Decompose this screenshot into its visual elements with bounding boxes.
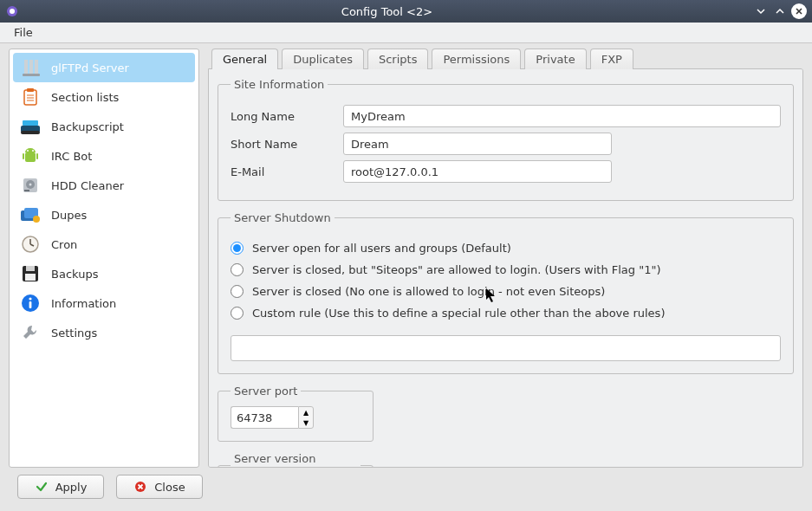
svg-rect-5 bbox=[23, 74, 40, 76]
sidebar-item-label: Dupes bbox=[51, 209, 87, 222]
tab-panel-general: Site Information Long Name Short Name E-… bbox=[208, 68, 803, 468]
sidebar: glFTPd Server Section lists Backupscript… bbox=[9, 49, 199, 468]
tab-private[interactable]: Private bbox=[524, 49, 586, 69]
shutdown-radio-siteops[interactable] bbox=[231, 263, 244, 276]
svg-rect-7 bbox=[27, 88, 34, 92]
floppy-icon bbox=[18, 262, 42, 286]
site-information-legend: Site Information bbox=[231, 78, 328, 91]
long-name-label: Long Name bbox=[231, 110, 343, 123]
sidebar-item-label: Settings bbox=[51, 327, 97, 340]
sidebar-item-label: Section lists bbox=[51, 91, 119, 104]
shutdown-label-closed: Server is closed (No one is allowed to l… bbox=[252, 285, 605, 298]
sidebar-item-label: HDD Cleaner bbox=[51, 179, 124, 192]
sidebar-item-hdd-cleaner[interactable]: HDD Cleaner bbox=[13, 171, 195, 200]
shutdown-custom-input[interactable] bbox=[231, 335, 781, 361]
wrench-icon bbox=[18, 320, 42, 345]
svg-rect-22 bbox=[24, 190, 29, 191]
site-information-group: Site Information Long Name Short Name E-… bbox=[218, 78, 794, 201]
sidebar-item-label: IRC Bot bbox=[51, 150, 92, 163]
info-icon bbox=[18, 291, 42, 315]
sidebar-item-label: Information bbox=[51, 297, 116, 310]
server-shutdown-legend: Server Shutdown bbox=[231, 211, 335, 224]
chevron-up-icon[interactable]: ▲ bbox=[299, 407, 313, 417]
svg-rect-13 bbox=[21, 131, 40, 134]
close-button[interactable]: Close bbox=[116, 475, 203, 499]
svg-point-25 bbox=[33, 216, 40, 223]
shutdown-radio-closed[interactable] bbox=[231, 285, 244, 298]
tab-scripts[interactable]: Scripts bbox=[367, 49, 428, 69]
scanner-icon bbox=[18, 114, 42, 139]
svg-point-1 bbox=[10, 9, 15, 14]
svg-rect-2 bbox=[24, 60, 28, 75]
sidebar-item-cron[interactable]: Cron bbox=[13, 230, 195, 259]
svg-rect-4 bbox=[35, 60, 38, 75]
sidebar-item-label: Backupscript bbox=[51, 120, 124, 133]
tab-permissions[interactable]: Permissions bbox=[432, 49, 521, 69]
content-area: General Duplicates Scripts Permissions P… bbox=[208, 49, 803, 468]
short-name-input[interactable] bbox=[343, 133, 612, 155]
apply-button[interactable]: Apply bbox=[17, 475, 104, 499]
tab-duplicates[interactable]: Duplicates bbox=[282, 49, 364, 69]
server-port-legend: Server port bbox=[231, 385, 301, 398]
sidebar-item-section-lists[interactable]: Section lists bbox=[13, 82, 195, 112]
sidebar-item-glftpd-server[interactable]: glFTPd Server bbox=[13, 53, 195, 82]
menubar: File bbox=[0, 23, 812, 43]
server-version-legend: Server version number bbox=[231, 452, 361, 468]
button-bar: Apply Close bbox=[0, 468, 812, 506]
android-icon bbox=[18, 144, 42, 168]
close-window-button[interactable] bbox=[791, 3, 807, 19]
long-name-input[interactable] bbox=[343, 105, 781, 127]
svg-rect-17 bbox=[23, 153, 24, 159]
titlebar: Config Tool <2> bbox=[0, 0, 812, 23]
sidebar-item-label: Cron bbox=[51, 238, 77, 251]
window-title: Config Tool <2> bbox=[24, 5, 750, 18]
check-icon bbox=[35, 480, 49, 494]
close-label: Close bbox=[154, 481, 185, 494]
sidebar-item-settings[interactable]: Settings bbox=[13, 318, 195, 347]
server-port-input[interactable] bbox=[231, 406, 298, 429]
app-icon bbox=[5, 4, 19, 18]
clock-icon bbox=[18, 232, 42, 256]
apply-label: Apply bbox=[55, 481, 88, 494]
svg-point-21 bbox=[29, 184, 32, 186]
menu-file[interactable]: File bbox=[7, 24, 40, 41]
server-shutdown-group: Server Shutdown Server open for all user… bbox=[218, 211, 794, 374]
sidebar-item-dupes[interactable]: Dupes bbox=[13, 200, 195, 230]
close-icon bbox=[133, 480, 147, 494]
folders-icon bbox=[18, 203, 42, 227]
shutdown-label-custom: Custom rule (Use this to define a specia… bbox=[252, 307, 665, 320]
sidebar-item-backups[interactable]: Backups bbox=[13, 259, 195, 288]
sidebar-item-label: Backups bbox=[51, 268, 98, 281]
svg-rect-14 bbox=[25, 152, 36, 162]
svg-rect-30 bbox=[26, 266, 35, 271]
sidebar-item-information[interactable]: Information bbox=[13, 288, 195, 318]
svg-rect-12 bbox=[23, 120, 38, 126]
shutdown-label-siteops: Server is closed, but "Siteops" are allo… bbox=[252, 263, 661, 276]
shutdown-radio-custom[interactable] bbox=[231, 307, 244, 320]
email-input[interactable] bbox=[343, 160, 612, 183]
svg-rect-34 bbox=[29, 301, 32, 308]
server-icon bbox=[18, 55, 42, 80]
maximize-button[interactable] bbox=[772, 3, 788, 19]
svg-point-33 bbox=[29, 297, 31, 300]
svg-rect-31 bbox=[25, 274, 36, 281]
minimize-button[interactable] bbox=[753, 3, 769, 19]
shutdown-radio-open[interactable] bbox=[231, 242, 244, 255]
svg-rect-3 bbox=[29, 60, 33, 75]
svg-rect-18 bbox=[36, 153, 38, 159]
hdd-icon bbox=[18, 173, 42, 197]
server-port-group: Server port ▲ ▼ bbox=[218, 385, 374, 442]
shutdown-label-open: Server open for all users and groups (De… bbox=[252, 242, 511, 255]
short-name-label: Short Name bbox=[231, 138, 343, 151]
svg-point-15 bbox=[27, 150, 29, 152]
sidebar-item-irc-bot[interactable]: IRC Bot bbox=[13, 141, 195, 171]
server-port-spinner[interactable]: ▲ ▼ bbox=[298, 406, 314, 429]
tab-general[interactable]: General bbox=[211, 49, 278, 69]
chevron-down-icon[interactable]: ▼ bbox=[299, 417, 313, 428]
tab-fxp[interactable]: FXP bbox=[590, 49, 633, 69]
tab-bar: General Duplicates Scripts Permissions P… bbox=[208, 49, 803, 69]
sidebar-item-backupscript[interactable]: Backupscript bbox=[13, 112, 195, 141]
clipboard-icon bbox=[18, 85, 42, 109]
email-label: E-Mail bbox=[231, 165, 343, 178]
sidebar-item-label: glFTPd Server bbox=[51, 61, 129, 74]
